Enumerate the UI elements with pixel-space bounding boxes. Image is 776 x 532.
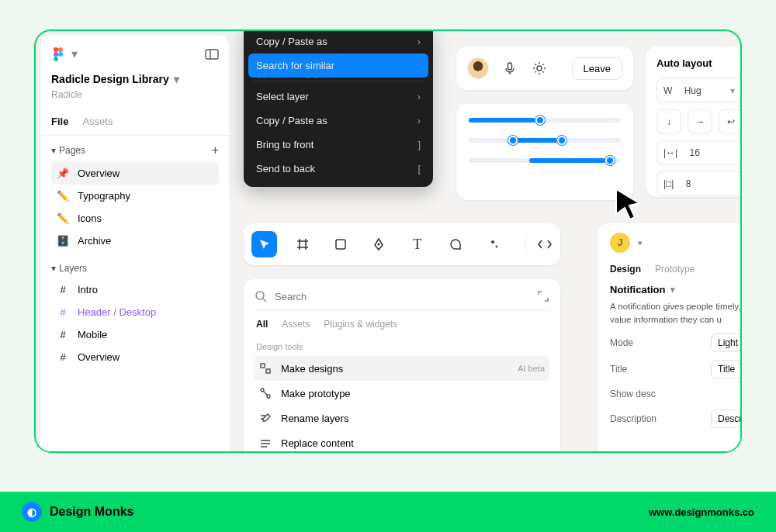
rp-section-title[interactable]: Notification▾ bbox=[610, 284, 675, 295]
svg-rect-16 bbox=[261, 364, 265, 368]
svg-point-19 bbox=[267, 395, 270, 398]
width-chip[interactable]: W Hug▾ bbox=[656, 78, 742, 103]
page-item[interactable]: ✏️Icons bbox=[51, 207, 219, 230]
brand-name: Design Monks bbox=[50, 505, 133, 519]
svg-line-15 bbox=[263, 299, 266, 302]
svg-rect-12 bbox=[336, 240, 345, 249]
chevron-right-icon: › bbox=[417, 36, 421, 47]
svg-point-4 bbox=[54, 57, 58, 61]
tool-text-icon[interactable]: T bbox=[404, 231, 430, 257]
frame-icon: # bbox=[56, 306, 70, 318]
wrap-icon[interactable]: ↩ bbox=[719, 109, 742, 134]
context-menu-item[interactable]: Search for similar bbox=[248, 54, 428, 78]
spacing-chip[interactable]: |↔| 16▾ bbox=[656, 140, 742, 165]
rp-desc-label: Description bbox=[610, 413, 656, 424]
context-menu-item[interactable]: Bring to front] bbox=[248, 133, 428, 157]
layer-item[interactable]: #Mobile bbox=[51, 323, 219, 346]
brand-url: www.designmonks.co bbox=[649, 506, 754, 518]
rp-tab-prototype[interactable]: Prototype bbox=[655, 264, 695, 275]
slider-2[interactable] bbox=[469, 138, 621, 143]
context-menu-item[interactable]: Copy / Paste as› bbox=[248, 109, 428, 133]
layer-item[interactable]: #Header / Desktop bbox=[51, 301, 219, 323]
svg-rect-7 bbox=[508, 63, 512, 70]
rp-mode-label: Mode bbox=[610, 337, 633, 348]
footer-bar: ◐ Design Monks www.designmonks.co bbox=[0, 492, 776, 532]
arrow-right-icon[interactable]: → bbox=[688, 109, 712, 134]
page-icon: ✏️ bbox=[56, 190, 70, 202]
leave-button[interactable]: Leave bbox=[572, 57, 622, 80]
svg-rect-17 bbox=[266, 369, 270, 373]
slider-1[interactable] bbox=[469, 118, 621, 123]
gap-chip[interactable]: |□| 8 bbox=[656, 171, 742, 196]
user-avatar[interactable] bbox=[467, 57, 489, 79]
right-panel: J ▾ ▾ Design Prototype Notification▾ A n… bbox=[598, 223, 742, 453]
sidebar-tab-file[interactable]: File bbox=[51, 116, 68, 127]
svg-point-14 bbox=[256, 292, 264, 299]
user-initial-avatar[interactable]: J bbox=[610, 233, 630, 253]
rp-desc-input[interactable]: Description bbox=[711, 409, 742, 428]
search-panel: All Assets Plugins & widgets Design tool… bbox=[244, 279, 560, 453]
chevron-down-icon[interactable]: ▾ bbox=[71, 47, 78, 61]
slider-3[interactable] bbox=[469, 158, 621, 163]
tool-ai-icon[interactable] bbox=[481, 231, 507, 257]
chevron-down-icon[interactable]: ▾ bbox=[51, 145, 56, 156]
gear-icon[interactable] bbox=[531, 60, 548, 77]
page-item[interactable]: ✏️Typography bbox=[51, 185, 219, 207]
search-icon bbox=[255, 290, 267, 302]
design-icon bbox=[259, 362, 272, 375]
tool-move-icon[interactable] bbox=[251, 231, 277, 257]
rp-description: A notification gives people timely, high… bbox=[610, 300, 742, 326]
rp-mode-select[interactable]: Light▾ bbox=[711, 333, 742, 352]
svg-point-8 bbox=[537, 66, 542, 71]
chevron-right-icon: › bbox=[417, 91, 421, 102]
svg-point-0 bbox=[54, 47, 58, 52]
search-result-row[interactable]: Replace content bbox=[255, 430, 549, 453]
gap-icon: |□| bbox=[663, 178, 674, 189]
arrow-down-icon[interactable]: ↓ bbox=[656, 109, 681, 134]
rp-tab-design[interactable]: Design bbox=[610, 264, 641, 275]
proto-icon bbox=[259, 387, 272, 399]
svg-point-13 bbox=[378, 244, 380, 246]
search-tab-all[interactable]: All bbox=[256, 319, 268, 330]
search-tab-plugins[interactable]: Plugins & widgets bbox=[324, 319, 397, 330]
left-sidebar: ▾ Radicle Design Library▾ Radicle File A… bbox=[40, 36, 230, 453]
panel-toggle-icon[interactable] bbox=[205, 49, 219, 60]
search-group-label: Design tools bbox=[256, 342, 548, 351]
svg-point-2 bbox=[54, 52, 58, 57]
brand-logo-icon: ◐ bbox=[22, 502, 42, 522]
tool-pen-icon[interactable] bbox=[366, 231, 392, 257]
project-title[interactable]: Radicle Design Library▾ bbox=[51, 73, 179, 85]
figma-icon[interactable] bbox=[51, 47, 65, 61]
mic-icon[interactable] bbox=[501, 60, 518, 77]
tool-frame-icon[interactable] bbox=[289, 231, 315, 257]
page-item[interactable]: 📌Overview bbox=[51, 162, 219, 185]
svg-point-18 bbox=[261, 389, 264, 392]
svg-point-1 bbox=[58, 47, 63, 52]
collab-bar: Leave bbox=[456, 47, 633, 90]
auto-layout-panel: Auto layout W Hug▾ H ↓ → ↩ |↔| 16▾ |□| 8 bbox=[646, 47, 742, 197]
layer-item[interactable]: #Intro bbox=[51, 278, 219, 301]
layers-label: Layers bbox=[59, 263, 87, 274]
search-result-row[interactable]: Make designsAI beta bbox=[255, 356, 549, 381]
search-input[interactable] bbox=[275, 291, 529, 302]
search-result-row[interactable]: Rename layers bbox=[255, 406, 549, 430]
expand-icon[interactable] bbox=[537, 290, 549, 302]
add-page-icon[interactable]: + bbox=[212, 143, 219, 157]
sidebar-tab-assets[interactable]: Assets bbox=[82, 116, 113, 127]
context-menu-item[interactable]: Send to back[ bbox=[248, 157, 428, 181]
context-menu-item[interactable]: Copy / Paste as› bbox=[248, 29, 428, 54]
rp-showdesc-label: Show desc bbox=[610, 389, 656, 399]
search-result-row[interactable]: Make prototype bbox=[255, 381, 549, 406]
rp-title-input[interactable]: Title bbox=[711, 360, 742, 378]
pages-label: Pages bbox=[59, 145, 85, 156]
tool-devmode-icon[interactable] bbox=[525, 231, 553, 257]
page-item[interactable]: 🗄️Archive bbox=[51, 230, 219, 252]
spacing-icon: |↔| bbox=[663, 147, 677, 158]
chevron-down-icon[interactable]: ▾ bbox=[51, 263, 56, 274]
search-tab-assets[interactable]: Assets bbox=[282, 319, 310, 330]
tool-comment-icon[interactable] bbox=[442, 231, 468, 257]
frame-icon: # bbox=[56, 284, 70, 295]
context-menu-item[interactable]: Select layer› bbox=[248, 85, 428, 109]
layer-item[interactable]: #Overview bbox=[51, 346, 219, 368]
tool-rect-icon[interactable] bbox=[328, 231, 354, 257]
